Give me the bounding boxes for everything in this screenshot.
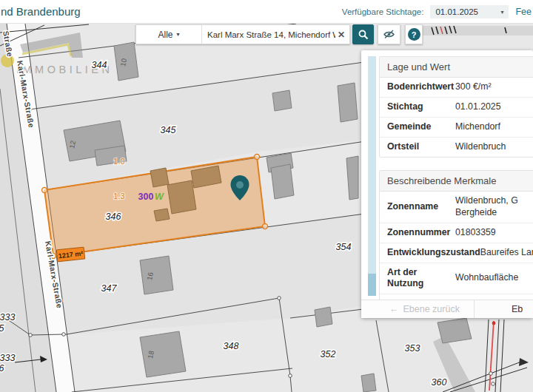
row-label: Zonennummer [387,227,455,238]
parcel-label-344: 344 [92,60,107,70]
parcel-label-345: 345 [161,125,176,135]
parcel-label-354: 354 [336,242,352,252]
info-row: Ortsteil Wildenbruch [380,138,533,157]
panel-footer: ← Ebene zurück Eb [361,300,533,318]
info-row: Zonennummer 01803359 [380,223,533,243]
parcel-label-5: 5 [0,323,4,334]
info-row: Bodenrichtwert 300 €/m² [380,78,533,98]
conversion-factor-top: 1.0 [113,157,124,166]
info-row: Art der Nutzung Wohnbaufläche [380,263,533,294]
house-number-16: 16 [145,271,155,280]
info-row: Entwicklungszustand Baureifes Land [380,243,533,263]
house-number-18: 18 [146,350,155,359]
row-value: Wildenbruch, G Bergheide [455,195,533,219]
row-label: Stichtag [387,101,455,112]
row-value: Wohnbaufläche [455,272,533,284]
area-badge: 1217 m² [56,247,84,262]
search-scope-label: Alle [158,30,172,40]
parcel-label-348: 348 [224,341,239,351]
street-top-right [422,26,533,36]
ebene-vor-button[interactable]: Eb [474,300,533,318]
row-value: 01803359 [455,227,533,239]
search-input[interactable] [207,30,335,39]
scrollbar-thumb[interactable] [368,274,376,296]
clear-search-icon[interactable]: ✕ [335,30,347,40]
section-title: Lage und Wert [380,57,533,78]
app-title: nd Brandenburg [1,5,81,18]
bodenrichtwert-map-label: 300 [138,192,154,202]
parcel-label-6: 6 [0,363,4,374]
red-node [492,322,496,325]
usage-type-map-label: W [155,192,164,202]
row-label: Art der Nutzung [387,267,455,290]
chevron-down-icon: ▾ [177,31,180,38]
ebene-zurueck-label: Ebene zurück [403,304,460,314]
chevron-down-icon: ▾ [500,9,503,16]
parcel-label-333a: 333 [0,312,15,322]
search-bar: Alle ▾ ✕ ? [135,24,423,44]
row-value: 300 €/m² [455,81,533,93]
stichtag-value: 01.01.2025 [435,7,478,16]
feedback-link[interactable]: Fee [515,7,532,17]
parcel-label-352: 352 [321,349,336,359]
info-row: Zonenname Wildenbruch, G Bergheide [380,192,533,223]
search-button[interactable] [352,24,374,44]
parcel-label-353: 353 [405,343,420,354]
help-icon: ? [408,28,420,41]
row-label: Zonenname [387,201,455,212]
house-number-12: 12 [67,140,77,149]
arrow-left-icon: ← [389,304,399,314]
row-value: Wildenbruch [455,141,533,153]
info-panel: Lage und Wert Bodenrichtwert 300 €/m² St… [361,50,533,318]
section-lage-und-wert: Lage und Wert Bodenrichtwert 300 €/m² St… [379,56,533,158]
conversion-factor: 1.3 [113,192,124,200]
row-label: Bodenrichtwert [387,81,455,92]
house-number-10: 10 [118,58,128,67]
eye-slash-icon [383,29,395,40]
row-value: Baureifes Land [480,247,533,259]
app-window: 1217 m² IMMOBILIEN Karl-Marx-Straße Karl… [0,0,533,392]
info-row: Gemeinde Michendorf [380,118,533,138]
help-button[interactable]: ? [405,24,423,44]
row-label: Gemeinde [387,121,455,132]
zonenname-line2: Bergheide [455,207,533,219]
zonenname-line1: Wildenbruch, G [455,195,533,207]
panel-scrollbar[interactable] [368,56,376,296]
ebene-zurueck-button[interactable]: ← Ebene zurück [389,304,460,314]
row-label: Ortsteil [387,141,455,152]
row-value: Michendorf [455,121,533,133]
stichtage-label: Verfügbare Stichtage: [342,7,424,16]
hide-layer-button[interactable] [378,24,400,44]
parcel-label-360: 360 [432,377,447,388]
top-header: nd Brandenburg Verfügbare Stichtage: 01.… [0,0,533,24]
parcel-label-346: 346 [106,212,121,222]
search-icon [358,29,369,41]
section-beschreibende-merkmale: Beschreibende Merkmale Zonenname Wildenb… [379,170,533,300]
stichtag-select[interactable]: 01.01.2025 ▾ [430,5,509,18]
row-value: 01.01.2025 [455,101,533,113]
row-label: Entwicklungszustand [387,247,480,258]
parcel-label-333b: 333 [0,353,15,363]
info-row: Beitragsrechtlicher Zustand beitragsfrei… [380,294,533,300]
info-row: Stichtag 01.01.2025 [380,98,533,118]
section-title: Beschreibende Merkmale [380,171,533,192]
parcel-label-347: 347 [101,283,118,294]
search-scope-dropdown[interactable]: Alle ▾ [136,25,202,44]
